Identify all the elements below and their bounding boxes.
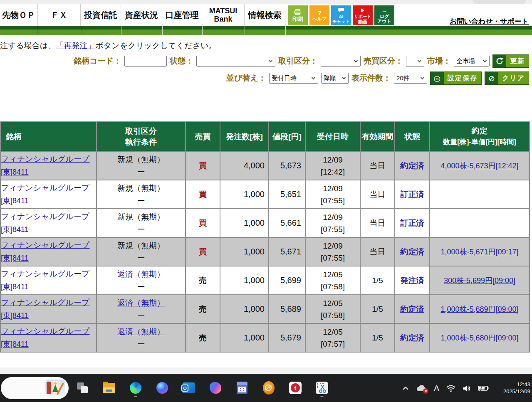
- col-header-side: 売買: [186, 122, 220, 151]
- stock-name-link[interactable]: フィナンシャルグループ: [1, 212, 89, 221]
- order-qty: 1,000: [220, 180, 269, 209]
- nav-tab-asset-status[interactable]: 資産状況: [121, 4, 162, 26]
- contact-support-link[interactable]: お問い合わせ・サポート: [450, 17, 529, 26]
- status-select[interactable]: [196, 56, 275, 67]
- ime-indicator[interactable]: A: [434, 384, 439, 393]
- execution-link[interactable]: 300株-5,699円[09:00]: [444, 276, 515, 285]
- count-select[interactable]: 20件: [394, 73, 427, 84]
- notice-prefix: 注する場合は、: [0, 41, 56, 50]
- battery-icon[interactable]: [478, 385, 489, 391]
- status-text[interactable]: 約定済: [401, 305, 424, 313]
- validity-text: 当日: [360, 180, 395, 209]
- validity-text: 1/5: [360, 295, 395, 323]
- side-select[interactable]: [406, 56, 424, 67]
- stock-code-link[interactable]: [東]8411: [1, 283, 29, 291]
- chevron-down-icon: [311, 76, 316, 80]
- stock-name-link[interactable]: フィナンシャルグループ: [1, 269, 89, 278]
- sort-select[interactable]: 受付日時: [269, 73, 318, 84]
- chevron-down-icon: [420, 76, 425, 80]
- trade-type-select[interactable]: [321, 56, 361, 67]
- stock-code-label: 銘柄コード：: [74, 56, 121, 67]
- support-video-button[interactable]: サポート 動画: [353, 5, 373, 25]
- status-text: 訂正済: [401, 219, 424, 227]
- stock-name-link[interactable]: フィナンシャルグループ: [1, 155, 89, 163]
- stock-code-input[interactable]: [124, 56, 167, 67]
- copilot-sphere-icon: [156, 382, 168, 394]
- stock-code-link[interactable]: [東]8411: [1, 311, 29, 320]
- help-label: ヘルプ: [312, 16, 327, 21]
- trade-type-text[interactable]: 返済（無期）: [117, 270, 165, 279]
- side-text: 買: [199, 219, 207, 227]
- onedrive-error-icon[interactable]: ✕: [416, 384, 427, 392]
- nav-tab-futures-op[interactable]: 先物ＯＰ: [0, 4, 38, 26]
- outlook-button[interactable]: O: [181, 379, 196, 397]
- stock-name-link[interactable]: フィナンシャルグループ: [1, 183, 89, 192]
- edge-button[interactable]: [128, 379, 143, 397]
- trend-micro-icon: t: [289, 382, 302, 394]
- filter-row-1: 銘柄コード： 状態： 取引区分： 売買区分： 市場： 全市場 更新: [74, 54, 529, 68]
- nav-tab-matsui-bank[interactable]: MATSUI Bank: [202, 4, 245, 26]
- widgets-button[interactable]: [1, 377, 69, 399]
- status-text[interactable]: 約定済: [401, 333, 424, 342]
- refresh-button[interactable]: 更新: [492, 54, 529, 68]
- market-select[interactable]: 全市場: [454, 56, 490, 67]
- print-button[interactable]: 印刷: [288, 5, 308, 25]
- nav-tab-info-search[interactable]: 情報検索: [245, 4, 285, 26]
- trend-micro-button[interactable]: t: [288, 379, 303, 397]
- sort-order-select[interactable]: 降順: [321, 73, 349, 84]
- wifi-icon[interactable]: [446, 385, 455, 392]
- calculator-button[interactable]: [235, 379, 250, 397]
- nav-tab-investment-trust[interactable]: 投資信託: [81, 4, 121, 26]
- file-explorer-icon: [103, 383, 115, 393]
- stock-name-link[interactable]: フィナンシャルグループ: [1, 241, 89, 249]
- file-explorer-button[interactable]: [101, 379, 116, 397]
- status-text: 訂正済: [401, 190, 424, 199]
- taskbar-clock[interactable]: 12:43 2025/12/09: [503, 381, 530, 395]
- side-text: 買: [199, 190, 207, 199]
- stock-name-link[interactable]: フィナンシャルグループ: [1, 298, 89, 307]
- trade-type-text[interactable]: 返済（無期）: [117, 327, 165, 336]
- side-text: 買: [199, 161, 207, 170]
- validity-text: 1/5: [360, 266, 395, 295]
- order-row: フィナンシャルグループ [東]8411 返済（無期） ー 売 1,000 5,6…: [0, 266, 530, 295]
- nav-tab-fx[interactable]: ＦＸ: [38, 4, 81, 26]
- validity-text: 当日: [360, 151, 395, 180]
- subnav-divider: [81, 26, 81, 35]
- snipping-tool-button[interactable]: [314, 379, 329, 397]
- clear-icon: ⊘: [485, 72, 498, 84]
- volume-icon[interactable]: [463, 385, 471, 392]
- stock-code-link[interactable]: [東]8411: [1, 197, 29, 205]
- logout-button[interactable]: → ログ アウト: [374, 5, 394, 25]
- tray-chevron-up-icon[interactable]: [402, 386, 409, 390]
- stock-code-link[interactable]: [東]8411: [1, 168, 29, 176]
- copilot-button[interactable]: [208, 379, 223, 397]
- execution-link[interactable]: 1,000株-5,680円[09:00]: [440, 334, 518, 342]
- execution-link[interactable]: 4,000株-5,673円[12:42]: [440, 162, 518, 170]
- trade-type-text[interactable]: 返済（無期）: [117, 298, 165, 307]
- accept-time: [07:57]: [321, 340, 345, 348]
- order-qty: 1,000: [220, 266, 269, 295]
- nav-tab-account-management[interactable]: 口座管理: [162, 4, 202, 26]
- orange-app-icon: [263, 381, 275, 395]
- copilot-sphere-button[interactable]: [155, 379, 170, 397]
- save-settings-button[interactable]: ◎ 設定保存: [430, 72, 482, 85]
- stock-name-link[interactable]: フィナンシャルグループ: [1, 327, 89, 335]
- stock-code-link[interactable]: [東]8411: [1, 254, 29, 262]
- execution-link[interactable]: 1,000株-5,689円[09:00]: [440, 305, 518, 313]
- status-text[interactable]: 約定済: [401, 161, 424, 170]
- execution-link[interactable]: 1,000株-5,671円[09:17]: [440, 248, 518, 256]
- subnav-bar-dark: [0, 26, 532, 30]
- clock-date: 2025/12/09: [503, 388, 530, 395]
- status-text[interactable]: 約定済: [401, 247, 424, 256]
- stock-code-link[interactable]: [東]8411: [1, 225, 29, 234]
- order-table-body: フィナンシャルグループ [東]8411 新規（無期） ー 買 4,000 5,6…: [0, 151, 530, 352]
- market-label: 市場：: [427, 56, 451, 67]
- stock-code-link[interactable]: [東]8411: [1, 340, 29, 348]
- ai-chat-button[interactable]: AI チャット: [331, 5, 351, 25]
- orange-app-button[interactable]: [261, 379, 276, 397]
- accept-time: [07:55]: [321, 225, 345, 234]
- clear-button[interactable]: ⊘ クリア: [485, 72, 529, 85]
- task-view-button[interactable]: [75, 379, 90, 397]
- reorder-link[interactable]: 「再発注」: [56, 41, 95, 50]
- help-button[interactable]: ? ヘルプ: [309, 5, 329, 25]
